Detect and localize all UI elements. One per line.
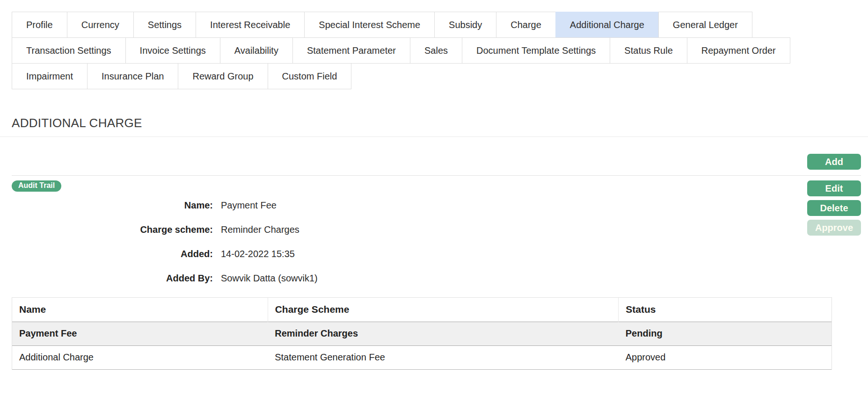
field-row-charge-scheme: Charge scheme:Reminder Charges xyxy=(12,224,868,238)
field-label: Charge scheme: xyxy=(12,224,213,235)
add-toolbar: Add xyxy=(0,154,868,170)
table-cell: Additional Charge xyxy=(12,346,268,370)
table-cell: Approved xyxy=(619,346,832,370)
tab-status-rule[interactable]: Status Rule xyxy=(610,37,687,64)
record-actions: EditDeleteApprove xyxy=(807,180,861,236)
tab-profile[interactable]: Profile xyxy=(12,12,67,38)
tab-document-template-settings[interactable]: Document Template Settings xyxy=(462,37,610,64)
tab-special-interest-scheme[interactable]: Special Interest Scheme xyxy=(304,12,435,38)
field-row-name: Name:Payment Fee xyxy=(12,200,868,214)
field-label: Added By: xyxy=(12,273,213,284)
tab-invoice-settings[interactable]: Invoice Settings xyxy=(125,37,220,64)
table-row[interactable]: Additional ChargeStatement Generation Fe… xyxy=(12,346,832,370)
tab-transaction-settings[interactable]: Transaction Settings xyxy=(12,37,126,64)
column-header-status: Status xyxy=(619,298,832,322)
table-row[interactable]: Payment FeeReminder ChargesPending xyxy=(12,322,832,346)
field-label: Added: xyxy=(12,249,213,259)
tab-custom-field[interactable]: Custom Field xyxy=(268,63,352,89)
add-button[interactable]: Add xyxy=(807,154,861,170)
table-cell: Statement Generation Fee xyxy=(268,346,619,370)
page-title: ADDITIONAL CHARGE xyxy=(12,116,868,130)
edit-button[interactable]: Edit xyxy=(807,180,861,196)
record-fields: Name:Payment FeeCharge scheme:Reminder C… xyxy=(0,176,868,287)
section-header: ADDITIONAL CHARGE xyxy=(0,116,868,137)
tab-interest-receivable[interactable]: Interest Receivable xyxy=(196,12,305,38)
tab-row: ProfileCurrencySettingsInterest Receivab… xyxy=(12,12,861,38)
tab-reward-group[interactable]: Reward Group xyxy=(178,63,268,89)
approve-button[interactable]: Approve xyxy=(807,220,861,236)
tab-charge[interactable]: Charge xyxy=(496,12,556,38)
delete-button[interactable]: Delete xyxy=(807,200,861,216)
tab-currency[interactable]: Currency xyxy=(67,12,134,38)
tab-row: Transaction SettingsInvoice SettingsAvai… xyxy=(12,37,861,64)
record-detail: Audit Trail EditDeleteApprove Name:Payme… xyxy=(0,176,868,287)
tab-statement-parameter[interactable]: Statement Parameter xyxy=(292,37,410,64)
tab-insurance-plan[interactable]: Insurance Plan xyxy=(87,63,178,89)
tab-repayment-order[interactable]: Repayment Order xyxy=(687,37,790,64)
tab-general-ledger[interactable]: General Ledger xyxy=(658,12,752,38)
field-value: 14-02-2022 15:35 xyxy=(221,249,295,259)
column-header-charge-scheme: Charge Scheme xyxy=(268,298,619,322)
table-cell: Payment Fee xyxy=(12,322,268,346)
field-value: Sowvik Datta (sowvik1) xyxy=(221,273,318,284)
field-value: Reminder Charges xyxy=(221,224,299,235)
tab-availability[interactable]: Availability xyxy=(220,37,293,64)
tab-sales[interactable]: Sales xyxy=(410,37,462,64)
settings-tabs: ProfileCurrencySettingsInterest Receivab… xyxy=(12,12,861,89)
field-label: Name: xyxy=(12,200,213,211)
table-cell: Reminder Charges xyxy=(268,322,619,346)
field-row-added-by: Added By:Sowvik Datta (sowvik1) xyxy=(12,273,868,287)
tab-additional-charge[interactable]: Additional Charge xyxy=(555,12,659,38)
charges-table: NameCharge SchemeStatus Payment FeeRemin… xyxy=(12,297,832,370)
tab-settings[interactable]: Settings xyxy=(133,12,196,38)
field-row-added: Added:14-02-2022 15:35 xyxy=(12,249,868,263)
field-value: Payment Fee xyxy=(221,200,277,211)
table-cell: Pending xyxy=(619,322,832,346)
table-header-row: NameCharge SchemeStatus xyxy=(12,298,832,322)
tab-subsidy[interactable]: Subsidy xyxy=(434,12,496,38)
audit-trail-badge[interactable]: Audit Trail xyxy=(12,180,61,192)
column-header-name: Name xyxy=(12,298,268,322)
tab-impairment[interactable]: Impairment xyxy=(12,63,88,89)
tab-row: ImpairmentInsurance PlanReward GroupCust… xyxy=(12,63,861,89)
